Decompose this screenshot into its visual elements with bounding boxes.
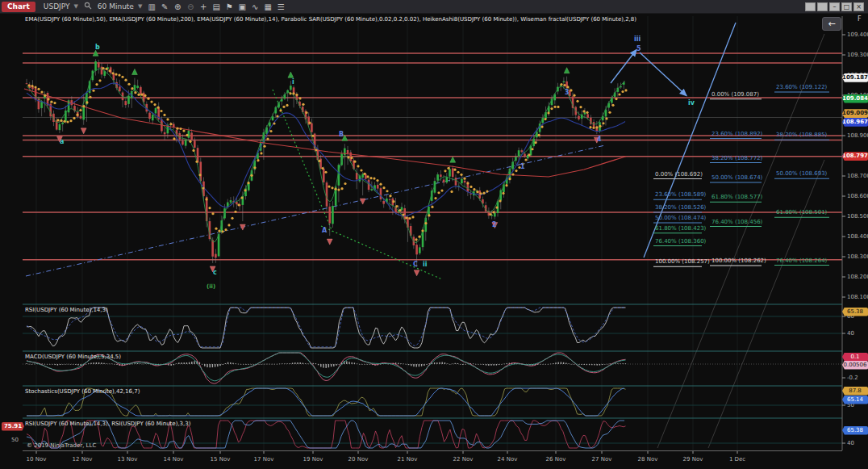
- instrument-label: USDJPY: [44, 2, 70, 10]
- indicators-icon[interactable]: ∿: [248, 1, 261, 13]
- windows-icon[interactable]: ▦: [261, 1, 274, 13]
- toolbar: Chart USDJPY ▼ 60 Minute ▼ ▥✎⊕⊖+▤⚑▣∿▦☰ –…: [0, 0, 868, 14]
- pin-button[interactable]: [817, 2, 828, 11]
- search-icon[interactable]: [81, 1, 94, 13]
- dock-button[interactable]: [805, 2, 816, 11]
- snapshot-icon[interactable]: ▣: [236, 1, 248, 13]
- chart-app-button[interactable]: Chart: [2, 2, 35, 12]
- chevron-down-icon: ▼: [73, 3, 77, 10]
- instrument-select[interactable]: USDJPY ▼: [40, 1, 81, 13]
- crosshair-icon[interactable]: +: [197, 1, 210, 13]
- report-icon[interactable]: ▤: [210, 1, 223, 13]
- window-controls: –□×: [805, 2, 866, 11]
- toolbar-icons: ▥✎⊕⊖+▤⚑▣∿▦☰: [145, 1, 287, 13]
- ninjatrader-chart-window: { "titlebar": { "app_button": "Chart", "…: [0, 0, 868, 469]
- zoom-out-icon[interactable]: ⊖: [184, 1, 197, 13]
- interval-label: 60 Minute: [98, 2, 134, 10]
- list-icon[interactable]: ☰: [274, 1, 287, 13]
- chart-surface[interactable]: [23, 16, 842, 451]
- zoom-in-icon[interactable]: ⊕: [171, 1, 184, 13]
- chart-type-icon[interactable]: ▥: [145, 1, 158, 13]
- flag-icon[interactable]: ⚑: [223, 1, 236, 13]
- back-arrow-button[interactable]: ←: [822, 17, 841, 31]
- restore-button[interactable]: □: [841, 2, 852, 11]
- close-button[interactable]: ×: [853, 2, 864, 11]
- draw-icon[interactable]: ✎: [158, 1, 171, 13]
- chevron-down-icon: ▼: [138, 3, 142, 10]
- interval-select[interactable]: 60 Minute ▼: [94, 1, 145, 13]
- minimize-button[interactable]: –: [829, 2, 840, 11]
